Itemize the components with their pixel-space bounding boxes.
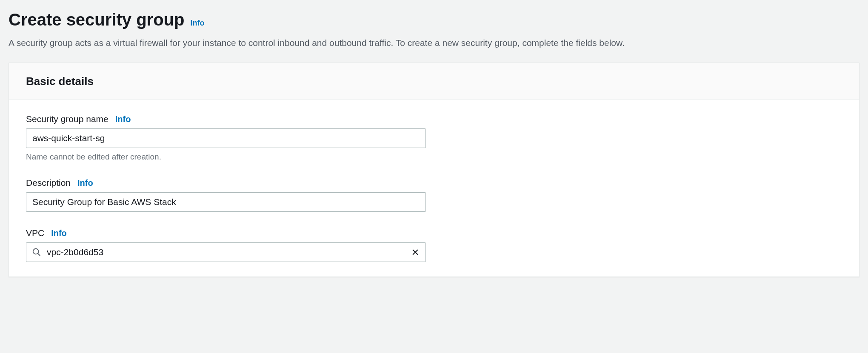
security-group-name-info-link[interactable]: Info: [115, 114, 131, 124]
panel-title: Basic details: [26, 75, 842, 88]
description-label-row: Description Info: [26, 178, 842, 188]
vpc-label-row: VPC Info: [26, 228, 842, 238]
security-group-name-label-row: Security group name Info: [26, 114, 842, 124]
vpc-group: VPC Info: [26, 228, 842, 262]
security-group-name-label: Security group name: [26, 114, 108, 124]
security-group-name-input[interactable]: [26, 128, 426, 148]
page-title-info-link[interactable]: Info: [190, 19, 204, 28]
clear-icon[interactable]: [411, 248, 420, 257]
description-group: Description Info: [26, 178, 842, 212]
page-header: Create security group Info A security gr…: [0, 0, 868, 49]
page-title-row: Create security group Info: [9, 10, 859, 29]
description-info-link[interactable]: Info: [77, 178, 93, 188]
description-label: Description: [26, 178, 71, 188]
vpc-label: VPC: [26, 228, 44, 238]
vpc-info-link[interactable]: Info: [51, 228, 67, 238]
description-input[interactable]: [26, 192, 426, 212]
vpc-input[interactable]: [26, 242, 426, 262]
panel-body: Security group name Info Name cannot be …: [9, 100, 859, 276]
security-group-name-group: Security group name Info Name cannot be …: [26, 114, 842, 162]
page-title: Create security group: [9, 10, 184, 29]
vpc-input-wrap: [26, 242, 426, 262]
page-description: A security group acts as a virtual firew…: [9, 37, 859, 49]
security-group-name-helper: Name cannot be edited after creation.: [26, 152, 842, 162]
basic-details-panel: Basic details Security group name Info N…: [9, 63, 859, 277]
panel-header: Basic details: [9, 63, 859, 100]
